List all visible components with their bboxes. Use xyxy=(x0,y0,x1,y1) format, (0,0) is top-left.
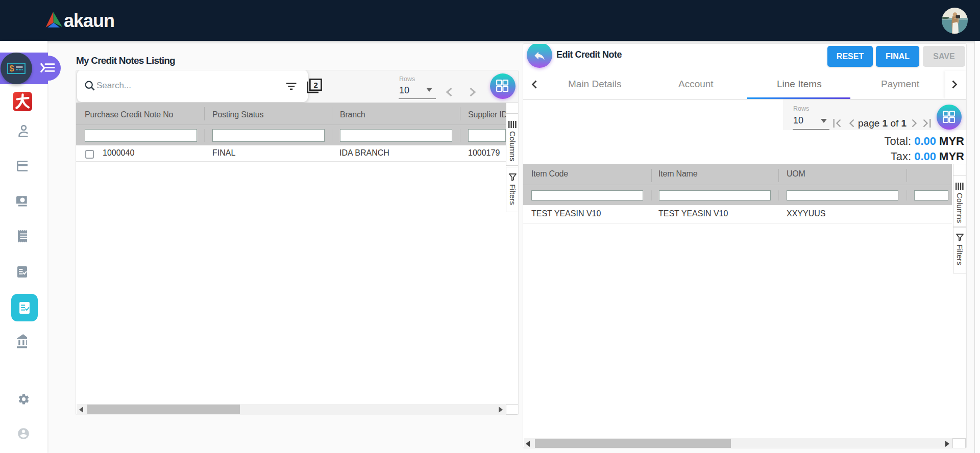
svg-text:2: 2 xyxy=(313,81,317,89)
svg-text:$: $ xyxy=(10,64,14,73)
